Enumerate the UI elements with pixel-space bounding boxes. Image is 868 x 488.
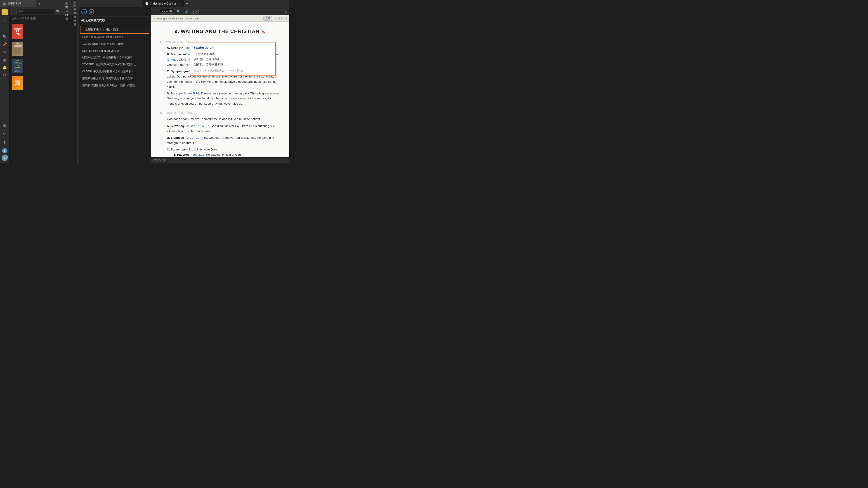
library-tab-icon: 📚 (3, 2, 6, 5)
resource-item-9[interactable]: 新約及早期基督教文獻希臘文大詞典（繁體） (80, 82, 149, 89)
section-I-label: I. (160, 40, 164, 43)
content-more-icon[interactable]: ⋮ (200, 9, 206, 13)
book-cover-proverbs: 箴言智慧的學校 (12, 41, 23, 56)
sidebar-library-icon[interactable]: ☰ (1, 25, 8, 33)
item-B2-label: B. Sickness— (167, 136, 187, 139)
resource-item-5[interactable]: 研讀本‐經文(繁): 中文新標點和合本研讀本… (80, 54, 149, 61)
resource-info-icon[interactable]: ℹ (81, 9, 87, 14)
content-check-icon[interactable]: ✓ ▾ (191, 9, 199, 13)
nav-next-icon[interactable]: › (279, 9, 281, 13)
popup-content: 14 要等候耶和華！ 當壯膽，堅固你的心。 我再說，要等候耶和華！ (194, 51, 272, 67)
main-layout: L ⌂ ☰ 🔍 📌 ✎ ▦ 🔔 >> ⊞ ⟳ ⬇ 3 U ☰ 🔍 圖書資 (0, 7, 289, 163)
resource-list-icon[interactable]: ☰ (89, 9, 94, 14)
item-B2-ref[interactable]: 2 Cor. 12:7–10 (187, 136, 207, 139)
status-ref: 詩篇 27：14 (153, 158, 166, 162)
resource-item-3[interactable]: 新漢語譯本普及版新約聖經（繁體） (80, 41, 149, 48)
new-tab-button-right[interactable]: + (184, 2, 190, 6)
item-B-ref2[interactable]: 1 Kings 18:41–45 (168, 58, 192, 61)
outlines-tab-icon: 📄 (145, 2, 149, 5)
section-II-intro: God does heal. However, sometimes He doe… (167, 117, 280, 122)
list-item[interactable]: 中文聖經和合本神版 (10, 23, 76, 40)
user-avatar[interactable]: U (2, 155, 8, 161)
status-bar: 詩篇 27：14 (151, 157, 289, 163)
content-area: 9. WAITING AND THE CHRISTIAN 🔖 I. WAITIN… (151, 22, 289, 157)
item-A2: A. Suffering—2 Cor. 11:24–27. God didn't… (167, 124, 280, 134)
item-B-label: B. Stedfast— (167, 53, 186, 56)
resource-list: 中文聖經和合本（神版・繁體） CNVT: 聖經新譯本（繁體‧神字版） 新漢語譯本… (79, 24, 151, 163)
nav-prev-icon[interactable]: ‹ (276, 9, 278, 13)
library-tab-close[interactable]: ✕ (22, 2, 26, 5)
item-C2-label: C. Surrender— (167, 148, 188, 151)
resource-item-7[interactable]: CUVNP: 中文聖經新標點和合本（上帝版・… (80, 68, 149, 75)
content-search-icon[interactable]: 🔍 (176, 9, 182, 13)
item-A-label: A. Strength— (167, 46, 186, 50)
resource-item-8[interactable]: 聖經希伯來文字典: 萊克姆聖經希伯來文字… (80, 75, 149, 82)
resource-item-2[interactable]: CNVT: 聖經新譯本（繁體‧神字版） (80, 34, 149, 41)
list-item[interactable]: THE GOSPELACCORDINGTOMATTHEWLEONMORRIS (10, 57, 76, 74)
library-count-label: 所有 (12, 17, 18, 20)
section-II-content: God does heal. However, sometimes He doe… (160, 117, 280, 157)
book-cover-bible-zh: 中文聖經和合本神版 (12, 24, 23, 39)
icon-sidebar: L ⌂ ☰ 🔍 📌 ✎ ▦ 🔔 >> ⊞ ⟳ ⬇ 3 U (0, 7, 9, 163)
new-tab-button-left[interactable]: + (36, 2, 43, 6)
content-title: 9. WAITING AND THE CHRISTIAN 🔖 (160, 29, 280, 34)
breadcrumb-section-btn[interactable]: 文章 (264, 16, 272, 21)
popup-box: Psalm 27:14 14 要等候耶和華！ 當壯膽，堅固你的心。 我再說，要等… (190, 42, 276, 76)
sidebar-notes-icon[interactable]: ✎ (1, 48, 8, 56)
sidebar-bookmarks-icon[interactable]: 📌 (1, 41, 8, 48)
item-C2: C. Surrender—Job 2:7–9. Note Job's: 1. P… (167, 147, 280, 157)
book-cover-daily: 上週新約聖經記就恩賜報 (12, 76, 23, 90)
sidebar-search-icon[interactable]: 🔍 (1, 33, 8, 40)
popup-source: 詩篇 27：14 | 中文聖經和合本（神版・繁體） (194, 69, 272, 72)
content-ref-icon[interactable]: ⚓ (183, 9, 189, 13)
subitem-1-ref[interactable]: Job 2:10 (193, 153, 204, 156)
item-D-ref[interactable]: James 5:16 (183, 92, 199, 95)
split-view-icon[interactable]: ⊟ (285, 9, 287, 13)
resource-item-4[interactable]: ESV: English Standard Version (80, 48, 149, 54)
tab-outlines[interactable]: 📄 Christian Life Outlines ✕ (143, 0, 184, 7)
list-item[interactable]: 上週新約聖經記就恩賜報 (10, 74, 76, 92)
section-II-title: WAITING IN PAIN (166, 111, 193, 115)
library-search-input[interactable] (16, 8, 54, 14)
item-A2-label: A. Suffering— (167, 124, 187, 128)
breadcrumb-down-btn[interactable]: ↓ (281, 17, 287, 20)
library-count-header: 所有 (3,133 的結果) (9, 15, 77, 22)
library-count: (3,133 的結果) (18, 17, 36, 20)
content-menu-icon[interactable]: ☰ (153, 9, 158, 13)
check-mark: ✓ (193, 9, 195, 13)
outlines-tab-close[interactable]: ✕ (178, 2, 181, 5)
sidebar-layers-icon[interactable]: ⊞ (1, 122, 8, 129)
library-search-button[interactable]: 🔍 (56, 9, 60, 13)
resource-panel-header: ℹ ☰ (79, 7, 151, 17)
notification-badge[interactable]: 3 (2, 148, 7, 153)
content-panel: ☰ Page 20 🔍 ⚓ ✓ ▾ ⋮ ‹ › ▾ ⊟ 9. Waiting a… (151, 7, 289, 163)
bookmark-rain-icon: 🔖 (186, 64, 189, 66)
nav-dropdown-icon[interactable]: ▾ (281, 9, 283, 13)
book-list: 中文聖經和合本神版 箴言智慧的學校 THE GOSPELACCORDINGTOM… (9, 22, 77, 163)
outlines-tab-label: Christian Life Outlines (150, 2, 176, 5)
resource-item-6[interactable]: TCV-TRD: 聖經現代中文譯本修訂版(繁體)(上… (80, 61, 149, 68)
sidebar-refresh-icon[interactable]: ⟳ (1, 130, 8, 137)
breadcrumb-up-btn[interactable]: ↑ (274, 17, 280, 20)
subitem-1-text: . He was not critical of God. (204, 153, 242, 156)
sidebar-download-icon[interactable]: ⬇ (1, 139, 8, 146)
sidebar-home-icon[interactable]: ⌂ (1, 18, 8, 25)
list-item[interactable]: 箴言智慧的學校 (10, 40, 76, 57)
popup-line-1: 14 要等候耶和華！ (194, 51, 272, 57)
left-panel: ☰ 🔍 圖書資料庫 添加到圖書資料庫 最近 ⊞ ℹ ⋮ 所有 (3,133 的結… (9, 7, 77, 163)
page-indicator[interactable]: Page 20 (160, 9, 174, 13)
sidebar-highlights-icon[interactable]: ▦ (1, 56, 8, 63)
item-C2-ref[interactable]: Job 2:7–9 (188, 148, 202, 151)
resource-panel-title: 確定資源優先次序 (79, 17, 151, 24)
item-C2-text: . Note Job's: (202, 148, 219, 151)
section-II-label: II. (160, 111, 165, 115)
hamburger-icon[interactable]: ☰ (11, 9, 14, 13)
book-cover-matthew: THE GOSPELACCORDINGTOMATTHEWLEONMORRIS (12, 59, 23, 73)
sidebar-more-icon[interactable]: >> (1, 71, 8, 78)
sidebar-bell-icon[interactable]: 🔔 (1, 64, 8, 71)
popup-title: Psalm 27:14 (194, 46, 272, 50)
tab-library[interactable]: 📚 圖書資料庫 ✕ (0, 0, 36, 7)
item-A2-ref[interactable]: 2 Cor. 11:24–27 (187, 124, 209, 128)
resource-item-1[interactable]: 中文聖經和合本（神版・繁體） (80, 26, 149, 34)
popup-line-2: 當壯膽，堅固你的心。 (194, 57, 272, 62)
